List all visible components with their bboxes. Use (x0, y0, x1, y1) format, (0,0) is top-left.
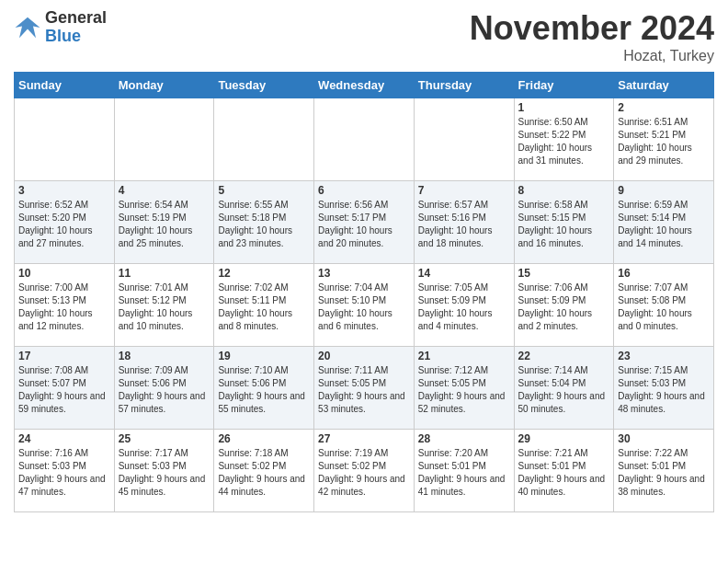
day-info: Sunrise: 6:56 AM Sunset: 5:17 PM Dayligh… (318, 199, 410, 250)
day-number: 21 (418, 350, 510, 362)
calendar-cell: 25Sunrise: 7:17 AM Sunset: 5:03 PM Dayli… (114, 430, 214, 512)
day-number: 25 (119, 432, 210, 445)
calendar-week-3: 10Sunrise: 7:00 AM Sunset: 5:13 PM Dayli… (15, 264, 714, 347)
svg-marker-0 (16, 17, 40, 39)
calendar-cell: 5Sunrise: 6:55 AM Sunset: 5:18 PM Daylig… (214, 181, 314, 264)
day-info: Sunrise: 7:18 AM Sunset: 5:02 PM Dayligh… (218, 447, 310, 499)
day-info: Sunrise: 6:50 AM Sunset: 5:22 PM Dayligh… (518, 116, 610, 167)
calendar-cell (414, 98, 514, 181)
col-header-wednesday: Wednesday (314, 73, 415, 98)
col-header-friday: Friday (514, 73, 614, 98)
day-number: 1 (518, 101, 610, 114)
day-number: 7 (418, 184, 510, 197)
day-info: Sunrise: 6:58 AM Sunset: 5:15 PM Dayligh… (518, 199, 610, 250)
day-number: 3 (18, 184, 110, 197)
col-header-thursday: Thursday (414, 73, 514, 98)
calendar-week-4: 17Sunrise: 7:08 AM Sunset: 5:07 PM Dayli… (15, 347, 714, 430)
day-number: 27 (318, 432, 410, 445)
day-info: Sunrise: 7:12 AM Sunset: 5:05 PM Dayligh… (418, 364, 510, 416)
calendar-cell: 11Sunrise: 7:01 AM Sunset: 5:12 PM Dayli… (114, 264, 214, 347)
calendar-week-1: 1Sunrise: 6:50 AM Sunset: 5:22 PM Daylig… (15, 98, 714, 181)
header-row: SundayMondayTuesdayWednesdayThursdayFrid… (15, 73, 714, 98)
day-info: Sunrise: 6:59 AM Sunset: 5:14 PM Dayligh… (618, 199, 710, 250)
day-info: Sunrise: 7:09 AM Sunset: 5:06 PM Dayligh… (119, 364, 210, 416)
day-info: Sunrise: 7:15 AM Sunset: 5:03 PM Dayligh… (618, 364, 710, 416)
day-info: Sunrise: 7:14 AM Sunset: 5:04 PM Dayligh… (518, 364, 610, 416)
day-number: 6 (318, 184, 410, 197)
calendar-cell: 15Sunrise: 7:06 AM Sunset: 5:09 PM Dayli… (514, 264, 614, 347)
header: General Blue November 2024 Hozat, Turkey (14, 9, 714, 64)
calendar-week-5: 24Sunrise: 7:16 AM Sunset: 5:03 PM Dayli… (15, 430, 714, 512)
day-number: 30 (618, 432, 710, 445)
calendar-cell (314, 98, 415, 181)
day-number: 10 (18, 267, 110, 280)
day-info: Sunrise: 6:54 AM Sunset: 5:19 PM Dayligh… (119, 199, 210, 250)
day-number: 11 (119, 267, 210, 280)
day-number: 15 (518, 267, 610, 280)
calendar-cell: 13Sunrise: 7:04 AM Sunset: 5:10 PM Dayli… (314, 264, 415, 347)
day-info: Sunrise: 7:19 AM Sunset: 5:02 PM Dayligh… (318, 447, 410, 499)
logo: General Blue (14, 9, 107, 46)
day-info: Sunrise: 7:21 AM Sunset: 5:01 PM Dayligh… (518, 447, 610, 499)
page-subtitle: Hozat, Turkey (470, 48, 714, 64)
day-info: Sunrise: 7:02 AM Sunset: 5:11 PM Dayligh… (218, 282, 310, 333)
day-info: Sunrise: 6:51 AM Sunset: 5:21 PM Dayligh… (618, 116, 710, 167)
day-number: 9 (618, 184, 710, 197)
day-info: Sunrise: 7:16 AM Sunset: 5:03 PM Dayligh… (18, 447, 110, 499)
logo-text: General Blue (45, 9, 107, 46)
col-header-monday: Monday (114, 73, 214, 98)
day-number: 20 (318, 350, 410, 362)
day-info: Sunrise: 7:07 AM Sunset: 5:08 PM Dayligh… (618, 282, 710, 333)
calendar-cell: 23Sunrise: 7:15 AM Sunset: 5:03 PM Dayli… (614, 347, 714, 430)
calendar-cell: 14Sunrise: 7:05 AM Sunset: 5:09 PM Dayli… (414, 264, 514, 347)
day-info: Sunrise: 7:00 AM Sunset: 5:13 PM Dayligh… (18, 282, 110, 333)
calendar-cell: 6Sunrise: 6:56 AM Sunset: 5:17 PM Daylig… (314, 181, 415, 264)
calendar-cell: 10Sunrise: 7:00 AM Sunset: 5:13 PM Dayli… (15, 264, 115, 347)
day-number: 22 (518, 350, 610, 362)
day-info: Sunrise: 7:20 AM Sunset: 5:01 PM Dayligh… (418, 447, 510, 499)
calendar-cell: 19Sunrise: 7:10 AM Sunset: 5:06 PM Dayli… (214, 347, 314, 430)
calendar-cell: 2Sunrise: 6:51 AM Sunset: 5:21 PM Daylig… (614, 98, 714, 181)
logo-line2: Blue (45, 28, 107, 46)
calendar-cell: 9Sunrise: 6:59 AM Sunset: 5:14 PM Daylig… (614, 181, 714, 264)
col-header-saturday: Saturday (614, 73, 714, 98)
day-number: 13 (318, 267, 410, 280)
day-number: 16 (618, 267, 710, 280)
calendar-cell: 21Sunrise: 7:12 AM Sunset: 5:05 PM Dayli… (414, 347, 514, 430)
calendar-cell (15, 98, 115, 181)
logo-bird-icon (14, 14, 41, 41)
calendar-table: SundayMondayTuesdayWednesdayThursdayFrid… (14, 72, 714, 512)
day-info: Sunrise: 6:55 AM Sunset: 5:18 PM Dayligh… (218, 199, 310, 250)
day-info: Sunrise: 6:57 AM Sunset: 5:16 PM Dayligh… (418, 199, 510, 250)
day-info: Sunrise: 7:06 AM Sunset: 5:09 PM Dayligh… (518, 282, 610, 333)
day-info: Sunrise: 7:08 AM Sunset: 5:07 PM Dayligh… (18, 364, 110, 416)
day-number: 29 (518, 432, 610, 445)
page-title: November 2024 (470, 9, 714, 48)
day-info: Sunrise: 7:04 AM Sunset: 5:10 PM Dayligh… (318, 282, 410, 333)
calendar-cell: 18Sunrise: 7:09 AM Sunset: 5:06 PM Dayli… (114, 347, 214, 430)
day-info: Sunrise: 6:52 AM Sunset: 5:20 PM Dayligh… (18, 199, 110, 250)
day-info: Sunrise: 7:22 AM Sunset: 5:01 PM Dayligh… (618, 447, 710, 499)
calendar-cell: 24Sunrise: 7:16 AM Sunset: 5:03 PM Dayli… (15, 430, 115, 512)
calendar-cell: 3Sunrise: 6:52 AM Sunset: 5:20 PM Daylig… (15, 181, 115, 264)
day-number: 18 (119, 350, 210, 362)
day-number: 14 (418, 267, 510, 280)
title-block: November 2024 Hozat, Turkey (470, 9, 714, 64)
day-number: 12 (218, 267, 310, 280)
calendar-cell: 22Sunrise: 7:14 AM Sunset: 5:04 PM Dayli… (514, 347, 614, 430)
calendar-cell: 12Sunrise: 7:02 AM Sunset: 5:11 PM Dayli… (214, 264, 314, 347)
calendar-cell: 30Sunrise: 7:22 AM Sunset: 5:01 PM Dayli… (614, 430, 714, 512)
day-number: 24 (18, 432, 110, 445)
day-info: Sunrise: 7:05 AM Sunset: 5:09 PM Dayligh… (418, 282, 510, 333)
logo-line1: General (45, 9, 107, 28)
day-number: 19 (218, 350, 310, 362)
day-number: 5 (218, 184, 310, 197)
calendar-cell: 16Sunrise: 7:07 AM Sunset: 5:08 PM Dayli… (614, 264, 714, 347)
calendar-cell: 20Sunrise: 7:11 AM Sunset: 5:05 PM Dayli… (314, 347, 415, 430)
day-info: Sunrise: 7:11 AM Sunset: 5:05 PM Dayligh… (318, 364, 410, 416)
col-header-tuesday: Tuesday (214, 73, 314, 98)
calendar-cell: 8Sunrise: 6:58 AM Sunset: 5:15 PM Daylig… (514, 181, 614, 264)
calendar-cell: 26Sunrise: 7:18 AM Sunset: 5:02 PM Dayli… (214, 430, 314, 512)
day-number: 28 (418, 432, 510, 445)
col-header-sunday: Sunday (15, 73, 115, 98)
